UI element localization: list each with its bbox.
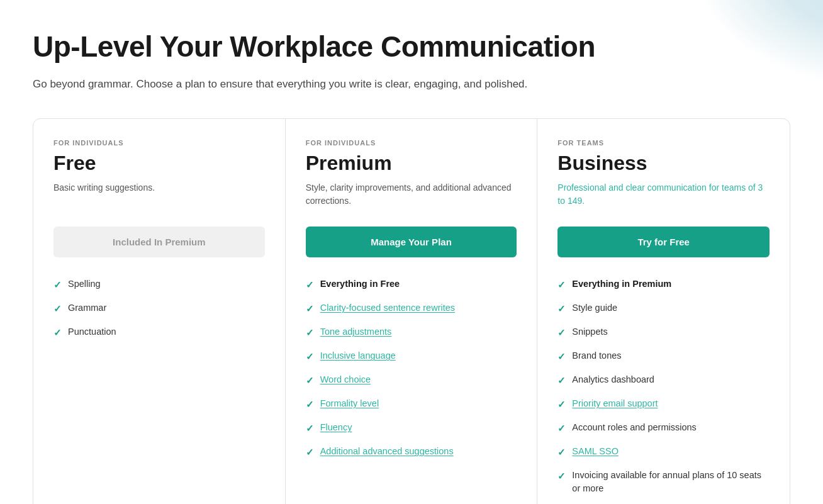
list-item: ✓Spelling: [53, 277, 265, 291]
check-icon: ✓: [306, 445, 314, 459]
list-item: ✓Grammar: [53, 301, 265, 315]
plan-button-free: Included In Premium: [53, 227, 265, 257]
check-icon: ✓: [53, 326, 62, 339]
plan-card-free: FOR INDIVIDUALSFreeBasic writing suggest…: [33, 119, 286, 504]
check-icon: ✓: [306, 350, 314, 363]
feature-text-business-1: Style guide: [572, 301, 617, 314]
feature-text-business-2: Snippets: [572, 325, 607, 338]
page-subtitle: Go beyond grammar. Choose a plan to ensu…: [33, 76, 790, 92]
list-item: ✓Snippets: [557, 325, 770, 339]
check-icon: ✓: [557, 302, 566, 315]
feature-text-free-2: Punctuation: [68, 325, 116, 338]
plan-tier-label-business: FOR TEAMS: [557, 139, 770, 147]
check-icon: ✓: [306, 302, 314, 315]
list-item: ✓Priority email support: [557, 397, 770, 411]
feature-text-free-0: Spelling: [68, 277, 101, 290]
list-item: ✓Invoicing available for annual plans of…: [557, 469, 770, 495]
features-list-business: ✓Everything in Premium✓Style guide✓Snipp…: [557, 277, 770, 495]
list-item: ✓Inclusive language: [306, 349, 517, 363]
page-container: Up-Level Your Workplace Communication Go…: [0, 0, 823, 504]
feature-text-business-4: Analytics dashboard: [572, 373, 654, 386]
check-icon: ✓: [557, 398, 566, 411]
plan-description-premium: Style, clarity improvements, and additio…: [306, 181, 517, 209]
features-list-free: ✓Spelling✓Grammar✓Punctuation: [53, 277, 265, 339]
list-item: ✓Clarity-focused sentence rewrites: [306, 301, 517, 315]
feature-text-premium-7: Additional advanced suggestions: [320, 445, 454, 457]
list-item: ✓Account roles and permissions: [557, 421, 770, 435]
list-item: ✓Tone adjustments: [306, 325, 517, 339]
feature-text-premium-0: Everything in Free: [320, 277, 400, 290]
list-item: ✓Fluency: [306, 421, 517, 435]
check-icon: ✓: [306, 398, 314, 411]
plan-name-free: Free: [53, 152, 265, 175]
check-icon: ✓: [557, 445, 566, 459]
check-icon: ✓: [557, 278, 566, 291]
plan-card-business: FOR TEAMSBusinessProfessional and clear …: [537, 119, 790, 504]
feature-text-free-1: Grammar: [68, 301, 106, 314]
plan-tier-label-premium: FOR INDIVIDUALS: [306, 139, 517, 147]
page-title: Up-Level Your Workplace Communication: [33, 30, 790, 64]
check-icon: ✓: [306, 278, 314, 291]
plan-button-business[interactable]: Try for Free: [557, 227, 770, 257]
check-icon: ✓: [557, 374, 566, 387]
feature-text-business-7: SAML SSO: [572, 445, 619, 457]
plans-grid: FOR INDIVIDUALSFreeBasic writing suggest…: [33, 118, 790, 504]
plan-description-free: Basic writing suggestions.: [53, 181, 265, 209]
feature-text-business-5: Priority email support: [572, 397, 658, 410]
check-icon: ✓: [53, 302, 62, 315]
list-item: ✓Word choice: [306, 373, 517, 387]
feature-text-business-8: Invoicing available for annual plans of …: [572, 469, 770, 495]
list-item: ✓Formality level: [306, 397, 517, 411]
list-item: ✓Style guide: [557, 301, 770, 315]
list-item: ✓Additional advanced suggestions: [306, 445, 517, 459]
list-item: ✓Everything in Premium: [557, 277, 770, 291]
list-item: ✓Brand tones: [557, 349, 770, 363]
plan-name-business: Business: [557, 152, 770, 175]
feature-text-premium-2: Tone adjustments: [320, 325, 392, 338]
feature-text-business-0: Everything in Premium: [572, 277, 671, 290]
plan-card-premium: FOR INDIVIDUALSPremiumStyle, clarity imp…: [286, 119, 538, 504]
feature-text-premium-5: Formality level: [320, 397, 379, 410]
feature-text-premium-3: Inclusive language: [320, 349, 396, 362]
feature-text-premium-4: Word choice: [320, 373, 371, 386]
check-icon: ✓: [306, 326, 314, 339]
list-item: ✓Analytics dashboard: [557, 373, 770, 387]
features-list-premium: ✓Everything in Free✓Clarity-focused sent…: [306, 277, 517, 459]
list-item: ✓SAML SSO: [557, 445, 770, 459]
feature-text-business-6: Account roles and permissions: [572, 421, 696, 434]
check-icon: ✓: [557, 326, 566, 339]
feature-text-premium-6: Fluency: [320, 421, 352, 434]
check-icon: ✓: [306, 374, 314, 387]
plan-tier-label-free: FOR INDIVIDUALS: [53, 139, 265, 147]
check-icon: ✓: [557, 350, 566, 363]
feature-text-business-3: Brand tones: [572, 349, 621, 362]
check-icon: ✓: [306, 422, 314, 435]
check-icon: ✓: [53, 278, 62, 291]
plan-description-business: Professional and clear communication for…: [557, 181, 770, 209]
plan-button-premium[interactable]: Manage Your Plan: [306, 227, 517, 257]
list-item: ✓Punctuation: [53, 325, 265, 339]
check-icon: ✓: [557, 469, 566, 483]
check-icon: ✓: [557, 422, 566, 435]
plan-name-premium: Premium: [306, 152, 517, 175]
feature-text-premium-1: Clarity-focused sentence rewrites: [320, 301, 455, 314]
list-item: ✓Everything in Free: [306, 277, 517, 291]
